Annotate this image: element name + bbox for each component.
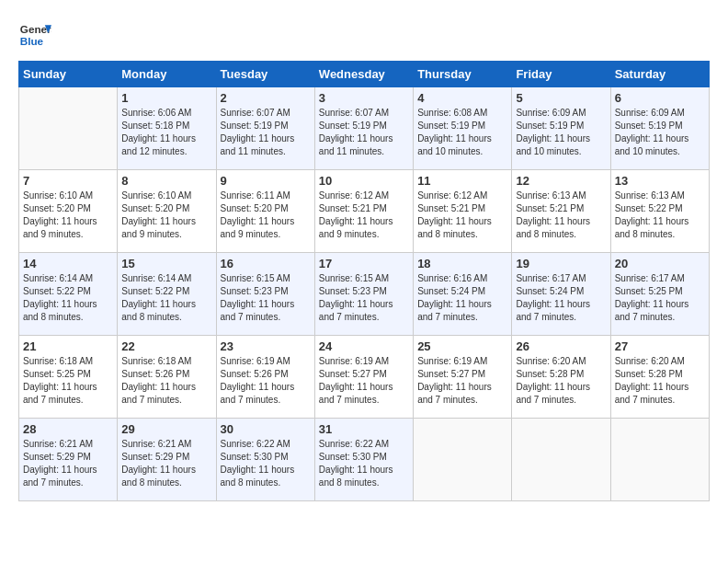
calendar-cell: 28Sunrise: 6:21 AMSunset: 5:29 PMDayligh… bbox=[19, 419, 118, 501]
day-info: Sunrise: 6:21 AMSunset: 5:29 PMDaylight:… bbox=[23, 438, 113, 489]
calendar-cell: 19Sunrise: 6:17 AMSunset: 5:24 PMDayligh… bbox=[512, 253, 610, 336]
day-info: Sunrise: 6:14 AMSunset: 5:22 PMDaylight:… bbox=[121, 272, 211, 324]
day-info: Sunrise: 6:19 AMSunset: 5:27 PMDaylight:… bbox=[319, 355, 409, 407]
calendar-week-row: 14Sunrise: 6:14 AMSunset: 5:22 PMDayligh… bbox=[19, 253, 710, 336]
day-number: 24 bbox=[319, 339, 409, 353]
day-info: Sunrise: 6:20 AMSunset: 5:28 PMDaylight:… bbox=[615, 355, 705, 407]
header-day-monday: Monday bbox=[118, 62, 216, 87]
day-info: Sunrise: 6:18 AMSunset: 5:26 PMDaylight:… bbox=[121, 355, 211, 407]
day-info: Sunrise: 6:22 AMSunset: 5:30 PMDaylight:… bbox=[221, 438, 311, 489]
calendar-cell: 8Sunrise: 6:10 AMSunset: 5:20 PMDaylight… bbox=[118, 170, 216, 253]
calendar-cell: 12Sunrise: 6:13 AMSunset: 5:21 PMDayligh… bbox=[512, 170, 610, 253]
day-info: Sunrise: 6:09 AMSunset: 5:19 PMDaylight:… bbox=[516, 107, 606, 158]
day-number: 22 bbox=[121, 339, 211, 353]
day-number: 30 bbox=[221, 422, 311, 436]
calendar-cell: 10Sunrise: 6:12 AMSunset: 5:21 PMDayligh… bbox=[314, 170, 413, 253]
header-day-thursday: Thursday bbox=[414, 62, 512, 87]
logo-icon: General Blue bbox=[18, 18, 51, 52]
day-number: 7 bbox=[23, 174, 113, 188]
day-info: Sunrise: 6:07 AMSunset: 5:19 PMDaylight:… bbox=[221, 107, 311, 158]
day-number: 11 bbox=[417, 174, 507, 188]
calendar-cell: 27Sunrise: 6:20 AMSunset: 5:28 PMDayligh… bbox=[610, 336, 709, 419]
day-info: Sunrise: 6:13 AMSunset: 5:21 PMDaylight:… bbox=[516, 190, 606, 241]
day-number: 21 bbox=[23, 339, 113, 353]
calendar-cell bbox=[512, 419, 610, 501]
day-number: 13 bbox=[615, 174, 705, 188]
day-number: 1 bbox=[121, 91, 211, 105]
calendar-cell: 25Sunrise: 6:19 AMSunset: 5:27 PMDayligh… bbox=[414, 336, 512, 419]
day-number: 12 bbox=[516, 174, 606, 188]
day-number: 19 bbox=[516, 257, 606, 270]
header-day-friday: Friday bbox=[512, 62, 610, 87]
calendar-cell: 29Sunrise: 6:21 AMSunset: 5:29 PMDayligh… bbox=[118, 419, 216, 501]
calendar-week-row: 28Sunrise: 6:21 AMSunset: 5:29 PMDayligh… bbox=[19, 419, 710, 501]
calendar-table: SundayMondayTuesdayWednesdayThursdayFrid… bbox=[18, 61, 710, 501]
day-number: 9 bbox=[221, 174, 311, 188]
day-info: Sunrise: 6:07 AMSunset: 5:19 PMDaylight:… bbox=[319, 107, 409, 158]
calendar-cell: 15Sunrise: 6:14 AMSunset: 5:22 PMDayligh… bbox=[118, 253, 216, 336]
day-info: Sunrise: 6:18 AMSunset: 5:25 PMDaylight:… bbox=[23, 355, 113, 407]
day-info: Sunrise: 6:12 AMSunset: 5:21 PMDaylight:… bbox=[417, 190, 507, 241]
calendar-cell: 5Sunrise: 6:09 AMSunset: 5:19 PMDaylight… bbox=[512, 87, 610, 170]
day-info: Sunrise: 6:19 AMSunset: 5:27 PMDaylight:… bbox=[417, 355, 507, 407]
day-info: Sunrise: 6:22 AMSunset: 5:30 PMDaylight:… bbox=[319, 438, 409, 489]
day-info: Sunrise: 6:14 AMSunset: 5:22 PMDaylight:… bbox=[23, 272, 113, 324]
day-number: 29 bbox=[121, 422, 211, 436]
day-number: 28 bbox=[23, 422, 113, 436]
calendar-cell: 30Sunrise: 6:22 AMSunset: 5:30 PMDayligh… bbox=[216, 419, 314, 501]
calendar-cell: 24Sunrise: 6:19 AMSunset: 5:27 PMDayligh… bbox=[314, 336, 413, 419]
day-info: Sunrise: 6:08 AMSunset: 5:19 PMDaylight:… bbox=[417, 107, 507, 158]
day-info: Sunrise: 6:10 AMSunset: 5:20 PMDaylight:… bbox=[121, 190, 211, 241]
calendar-cell: 6Sunrise: 6:09 AMSunset: 5:19 PMDaylight… bbox=[610, 87, 709, 170]
day-number: 14 bbox=[23, 257, 113, 270]
calendar-cell bbox=[610, 419, 709, 501]
calendar-cell: 2Sunrise: 6:07 AMSunset: 5:19 PMDaylight… bbox=[216, 87, 314, 170]
day-info: Sunrise: 6:09 AMSunset: 5:19 PMDaylight:… bbox=[615, 107, 705, 158]
calendar-cell: 7Sunrise: 6:10 AMSunset: 5:20 PMDaylight… bbox=[19, 170, 118, 253]
calendar-cell: 31Sunrise: 6:22 AMSunset: 5:30 PMDayligh… bbox=[314, 419, 413, 501]
calendar-cell: 17Sunrise: 6:15 AMSunset: 5:23 PMDayligh… bbox=[314, 253, 413, 336]
calendar-cell: 18Sunrise: 6:16 AMSunset: 5:24 PMDayligh… bbox=[414, 253, 512, 336]
day-info: Sunrise: 6:17 AMSunset: 5:25 PMDaylight:… bbox=[615, 272, 705, 324]
calendar-week-row: 21Sunrise: 6:18 AMSunset: 5:25 PMDayligh… bbox=[19, 336, 710, 419]
calendar-cell: 26Sunrise: 6:20 AMSunset: 5:28 PMDayligh… bbox=[512, 336, 610, 419]
calendar-week-row: 1Sunrise: 6:06 AMSunset: 5:18 PMDaylight… bbox=[19, 87, 710, 170]
day-info: Sunrise: 6:16 AMSunset: 5:24 PMDaylight:… bbox=[417, 272, 507, 324]
calendar-header-row: SundayMondayTuesdayWednesdayThursdayFrid… bbox=[19, 62, 710, 87]
day-number: 26 bbox=[516, 339, 606, 353]
logo: General Blue bbox=[18, 18, 51, 52]
day-number: 31 bbox=[319, 422, 409, 436]
day-number: 10 bbox=[319, 174, 409, 188]
calendar-cell: 1Sunrise: 6:06 AMSunset: 5:18 PMDaylight… bbox=[118, 87, 216, 170]
day-info: Sunrise: 6:15 AMSunset: 5:23 PMDaylight:… bbox=[221, 272, 311, 324]
day-info: Sunrise: 6:10 AMSunset: 5:20 PMDaylight:… bbox=[23, 190, 113, 241]
header-day-tuesday: Tuesday bbox=[216, 62, 314, 87]
day-number: 25 bbox=[417, 339, 507, 353]
day-number: 15 bbox=[121, 257, 211, 270]
day-info: Sunrise: 6:13 AMSunset: 5:22 PMDaylight:… bbox=[615, 190, 705, 241]
day-info: Sunrise: 6:21 AMSunset: 5:29 PMDaylight:… bbox=[121, 438, 211, 489]
calendar-cell bbox=[414, 419, 512, 501]
day-number: 23 bbox=[221, 339, 311, 353]
calendar-cell: 14Sunrise: 6:14 AMSunset: 5:22 PMDayligh… bbox=[19, 253, 118, 336]
calendar-cell: 11Sunrise: 6:12 AMSunset: 5:21 PMDayligh… bbox=[414, 170, 512, 253]
calendar-cell: 23Sunrise: 6:19 AMSunset: 5:26 PMDayligh… bbox=[216, 336, 314, 419]
day-number: 17 bbox=[319, 257, 409, 270]
day-info: Sunrise: 6:20 AMSunset: 5:28 PMDaylight:… bbox=[516, 355, 606, 407]
day-number: 6 bbox=[615, 91, 705, 105]
page-header: General Blue bbox=[18, 18, 710, 52]
calendar-cell: 4Sunrise: 6:08 AMSunset: 5:19 PMDaylight… bbox=[414, 87, 512, 170]
day-number: 27 bbox=[615, 339, 705, 353]
day-number: 2 bbox=[221, 91, 311, 105]
day-number: 18 bbox=[417, 257, 507, 270]
day-number: 8 bbox=[121, 174, 211, 188]
calendar-cell: 20Sunrise: 6:17 AMSunset: 5:25 PMDayligh… bbox=[610, 253, 709, 336]
calendar-cell: 3Sunrise: 6:07 AMSunset: 5:19 PMDaylight… bbox=[314, 87, 413, 170]
svg-text:Blue: Blue bbox=[20, 35, 44, 47]
calendar-cell bbox=[19, 87, 118, 170]
day-info: Sunrise: 6:12 AMSunset: 5:21 PMDaylight:… bbox=[319, 190, 409, 241]
day-number: 16 bbox=[221, 257, 311, 270]
day-number: 4 bbox=[417, 91, 507, 105]
day-number: 5 bbox=[516, 91, 606, 105]
day-number: 20 bbox=[615, 257, 705, 270]
